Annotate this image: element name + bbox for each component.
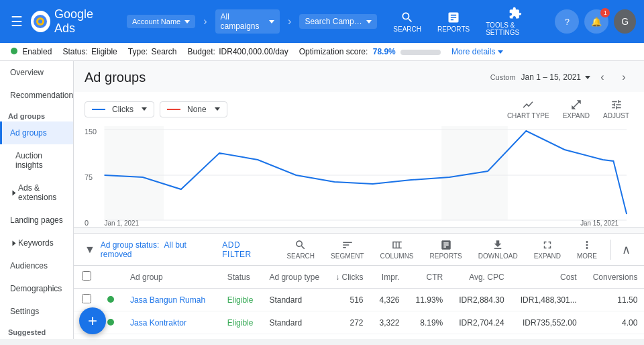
help-button[interactable]: ? <box>555 9 579 34</box>
chart-area: Clicks None CHART TYPE EXPAND <box>74 92 644 228</box>
toolbar-expand-label: EXPAND <box>534 252 561 260</box>
toolbar-search-button[interactable]: SEARCH <box>281 238 320 261</box>
sidebar-item-keywords[interactable]: Keywords <box>0 232 73 254</box>
avatar[interactable]: G <box>614 9 636 34</box>
metric2-label: None <box>187 105 207 114</box>
toolbar-download-button[interactable]: DOWNLOAD <box>473 238 523 261</box>
tools-nav-button[interactable]: TOOLS & SETTINGS <box>480 4 549 39</box>
toolbar-download-label: DOWNLOAD <box>478 252 518 260</box>
toolbar-expand-button[interactable]: EXPAND <box>529 238 566 261</box>
row-checkbox-0[interactable] <box>82 294 91 303</box>
sidebar-item-ads-extensions[interactable]: Ads & extensions <box>0 177 73 209</box>
row-ad-group-type: Standard <box>261 334 327 340</box>
type-info: Type: Search <box>128 47 177 56</box>
date-range-selector[interactable]: Custom Jan 1 – 15, 2021 ‹ › <box>490 68 633 87</box>
ad-groups-section-title: Ad groups <box>0 107 73 121</box>
notifications-button[interactable]: 🔔 1 <box>584 9 608 34</box>
row-status: Eligible <box>219 334 262 340</box>
logo-svg <box>33 14 48 29</box>
landing-pages-label: Landing pages <box>10 215 63 225</box>
table-row: Jasa Kontraktor Eligible Standard 272 3,… <box>74 311 644 334</box>
toolbar-reports-button[interactable]: REPORTS <box>425 238 468 261</box>
sidebar-item-auction-insights[interactable]: Auction insights <box>0 144 73 177</box>
svg-point-2 <box>38 19 42 23</box>
select-all-checkbox[interactable] <box>82 271 91 281</box>
sidebar-item-audiences[interactable]: Audiences <box>0 254 73 277</box>
sidebar-item-recommendations[interactable]: Recommendations <box>0 84 73 107</box>
toolbar-columns-button[interactable]: COLUMNS <box>375 238 419 261</box>
tools-nav-label: TOOLS & SETTINGS <box>486 21 544 36</box>
filter-icon[interactable]: ▼ <box>85 244 95 256</box>
row-ad-group[interactable]: Jasa Pemborong <box>122 334 219 340</box>
row-checkbox-cell[interactable] <box>74 334 99 340</box>
optimization-progress-bar <box>400 50 441 55</box>
chart-adjust-label: ADJUST <box>603 112 629 119</box>
add-button[interactable]: + <box>79 307 106 334</box>
svg-text:75: 75 <box>85 173 93 181</box>
header-ctr[interactable]: CTR <box>408 266 451 289</box>
toolbar-columns-label: COLUMNS <box>380 252 414 260</box>
ads-extensions-label: Ads & extensions <box>18 183 65 202</box>
svg-text:0: 0 <box>85 219 89 227</box>
toolbar-more-button[interactable]: MORE <box>572 238 602 261</box>
account-dropdown-icon <box>184 20 190 23</box>
header-select-all[interactable] <box>74 266 99 289</box>
row-ad-group[interactable]: Jasa Bangun Rumah <box>122 289 219 311</box>
row-ad-group[interactable]: Jasa Kontraktor <box>122 311 219 334</box>
toolbar-segment-button[interactable]: SEGMENT <box>325 238 369 261</box>
row-ctr: 12.95% <box>408 334 451 340</box>
header-avg-cpc[interactable]: Avg. CPC <box>451 266 512 289</box>
date-range-value: Jan 1 – 15, 2021 <box>521 72 581 82</box>
header-ad-group-type[interactable]: Ad group type <box>261 266 327 289</box>
metric2-selector[interactable]: None <box>160 101 227 117</box>
suggested-section-title: Suggested <box>0 323 73 338</box>
header-ad-group[interactable]: Ad group <box>122 266 219 289</box>
date-prev-button[interactable]: ‹ <box>593 68 612 87</box>
ad-groups-table: Ad group Status Ad group type ↓ Clicks I… <box>74 266 644 339</box>
header-conversions[interactable]: Conversions <box>585 266 644 289</box>
collapse-button[interactable]: ∧ <box>619 242 633 257</box>
chart-adjust-button[interactable]: ADJUST <box>599 97 633 121</box>
breadcrumb-separator-2: › <box>288 15 291 28</box>
toolbar-segment-label: SEGMENT <box>331 252 364 260</box>
menu-icon[interactable]: ☰ <box>8 11 25 32</box>
content-area: Ad groups Custom Jan 1 – 15, 2021 ‹ › Cl… <box>74 61 644 339</box>
sidebar-item-ad-groups[interactable]: Ad groups <box>0 121 73 144</box>
metric2-line-icon <box>167 109 180 110</box>
reports-nav-label: REPORTS <box>437 26 470 33</box>
header-cost[interactable]: Cost <box>513 266 585 289</box>
chart-type-button[interactable]: CHART TYPE <box>503 97 553 121</box>
chart-expand-button[interactable]: EXPAND <box>559 97 594 121</box>
more-details-button[interactable]: More details <box>451 47 503 56</box>
search-nav-button[interactable]: SEARCH <box>388 8 427 36</box>
account-selector[interactable]: Account Name <box>127 15 195 28</box>
campaign-selector[interactable]: Search Campaign <box>299 14 377 29</box>
top-navigation: ☰ Google Ads Account Name › All campaign… <box>0 0 644 43</box>
chart-svg: 150 75 0 Jan 1, 2021 Jan 15, 2021 <box>85 126 633 227</box>
row-status: Eligible <box>219 289 262 311</box>
row-status-dot <box>107 319 114 326</box>
date-next-button[interactable]: › <box>614 68 633 87</box>
header-status[interactable]: Status <box>219 266 262 289</box>
row-ctr: 8.19% <box>408 311 451 334</box>
toolbar-more-label: MORE <box>577 252 597 260</box>
ad-group-link[interactable]: Jasa Kontraktor <box>130 318 186 328</box>
row-cost: IDR1,488,301... <box>513 289 585 311</box>
reports-nav-button[interactable]: REPORTS <box>432 8 475 36</box>
all-campaigns-selector[interactable]: All campaigns <box>215 9 280 34</box>
row-cost: IDR537,208.00 <box>513 334 585 340</box>
ad-group-link[interactable]: Jasa Bangun Rumah <box>130 295 205 305</box>
row-ad-group-type: Standard <box>261 311 327 334</box>
header-clicks[interactable]: ↓ Clicks <box>327 266 371 289</box>
add-filter-button[interactable]: ADD FILTER <box>222 240 270 259</box>
header-impr[interactable]: Impr. <box>372 266 408 289</box>
sidebar-item-landing-pages[interactable]: Landing pages <box>0 209 73 232</box>
metric1-dropdown-icon <box>142 107 147 111</box>
metric1-selector[interactable]: Clicks <box>85 101 154 117</box>
sidebar-item-demographics[interactable]: Demographics <box>0 277 73 300</box>
row-ad-group-type: Standard <box>261 289 327 311</box>
sidebar-item-ad-schedule[interactable]: + Ad schedule <box>0 338 73 339</box>
sidebar-item-overview[interactable]: Overview <box>0 61 73 84</box>
sidebar-item-settings[interactable]: Settings <box>0 300 73 323</box>
sidebar: Overview Recommendations Ad groups Ad gr… <box>0 61 74 339</box>
